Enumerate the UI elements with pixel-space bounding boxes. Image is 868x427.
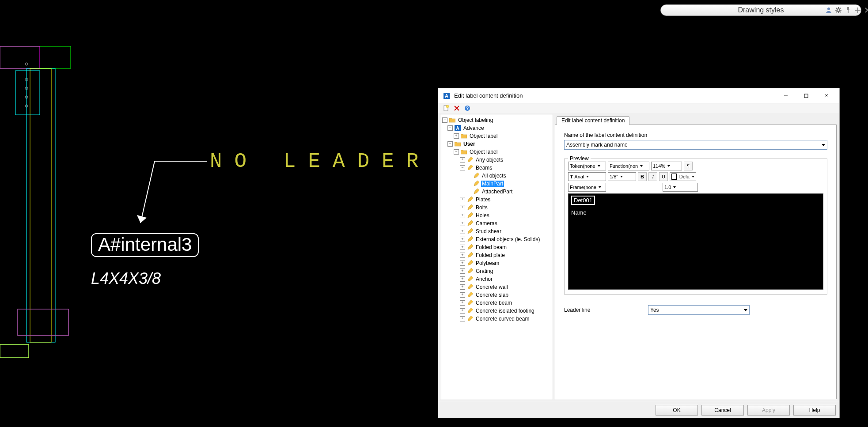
color-select[interactable]: Defa — [670, 172, 696, 181]
svg-marker-61 — [468, 276, 473, 281]
apply-button[interactable]: Apply — [747, 405, 790, 416]
bold-button[interactable]: B — [638, 172, 647, 181]
svg-text:A: A — [445, 93, 448, 98]
tree-item[interactable]: +Stud shear — [441, 227, 552, 235]
new-icon[interactable] — [443, 105, 450, 112]
pencil-icon — [466, 244, 474, 251]
tree-item[interactable]: +Holes — [441, 212, 552, 219]
tree-item[interactable]: +Folded beam — [441, 243, 552, 251]
svg-point-2 — [25, 63, 28, 65]
tree-label: User — [462, 141, 476, 147]
tree-item[interactable]: +Concrete isolated footing — [441, 307, 552, 315]
ok-button[interactable]: OK — [656, 405, 698, 416]
tree-item[interactable]: +External objects (ie. Solids) — [441, 235, 552, 243]
pencil-icon — [466, 220, 474, 227]
tree-anyobjects[interactable]: + Any objects — [441, 156, 552, 164]
svg-rect-9 — [30, 68, 51, 342]
minimize-button[interactable] — [776, 89, 796, 102]
tree-item[interactable]: +Cameras — [441, 219, 552, 227]
tree-item[interactable]: +Anchor — [441, 275, 552, 283]
help-button[interactable]: Help — [793, 405, 836, 416]
lineweight-select[interactable]: 1.0 — [663, 183, 698, 192]
tree-item[interactable]: +Concrete slab — [441, 291, 552, 299]
app-icon: A — [443, 92, 451, 100]
tree-item[interactable]: +Plates — [441, 196, 552, 204]
tree-item[interactable]: +Folded plate — [441, 251, 552, 259]
tree-root[interactable]: − Object labeling — [441, 116, 552, 124]
frame-select[interactable]: Frame(none — [568, 183, 606, 192]
drawing-label-chip: A#internal3 — [91, 233, 199, 257]
svg-point-6 — [25, 105, 28, 107]
editor-tab[interactable]: Edit label content definition — [557, 116, 629, 125]
tree-label: Stud shear — [475, 228, 502, 234]
svg-marker-47 — [468, 165, 473, 170]
tree-beams[interactable]: − Beams — [441, 164, 552, 172]
svg-rect-7 — [15, 71, 40, 115]
leader-label: Leader line — [564, 307, 639, 313]
svg-text:?: ? — [466, 106, 469, 111]
preview-canvas[interactable]: Det001 Name — [568, 193, 823, 290]
tree-advance-objectlabel[interactable]: + Object label — [441, 132, 552, 140]
name-field-select[interactable]: Assembly mark and name — [564, 140, 827, 150]
pencil-icon — [466, 307, 474, 314]
pencil-icon — [466, 315, 474, 322]
leader-select[interactable]: Yes — [648, 305, 750, 315]
pencil-icon — [466, 236, 474, 243]
pin-icon[interactable] — [845, 7, 852, 14]
zoom-select[interactable]: 114% — [651, 162, 682, 170]
tree-item[interactable]: +Concrete wall — [441, 283, 552, 291]
tree-advance[interactable]: − A Advance — [441, 124, 552, 132]
drawing-label-sub: L4X4X3/8 — [91, 269, 161, 288]
dialog-title: Edit label content definition — [454, 92, 776, 99]
svg-marker-66 — [468, 316, 473, 321]
pencil-icon — [466, 291, 474, 299]
tree-item[interactable]: +Grating — [441, 267, 552, 275]
dialog-titlebar[interactable]: A Edit label content definition — [438, 88, 839, 103]
pencil-icon — [473, 188, 480, 195]
svg-marker-46 — [468, 157, 473, 162]
cancel-button[interactable]: Cancel — [701, 405, 744, 416]
font-select[interactable]: T Arial — [568, 172, 606, 181]
pilcrow-button[interactable]: ¶ — [684, 162, 693, 170]
dialog-footer: OK Cancel Apply Help — [438, 402, 839, 418]
gear-icon[interactable] — [835, 7, 842, 14]
svg-rect-12 — [0, 344, 29, 358]
svg-point-4 — [25, 87, 28, 90]
underline-button[interactable]: U — [659, 172, 668, 181]
close-button[interactable] — [816, 89, 837, 102]
svg-rect-13 — [0, 344, 29, 358]
pencil-icon — [466, 196, 474, 203]
user-icon[interactable] — [825, 7, 832, 14]
tree-label: Bolts — [475, 204, 489, 211]
tree-user-objectlabel[interactable]: − Object label — [441, 148, 552, 156]
italic-button[interactable]: I — [648, 172, 657, 181]
svg-marker-48 — [474, 173, 479, 178]
token-select[interactable]: Token(none — [568, 162, 606, 170]
svg-rect-10 — [18, 309, 68, 336]
pencil-icon — [466, 268, 474, 275]
drawing-styles-label: Drawing styles — [738, 6, 784, 14]
folder-icon — [460, 132, 467, 140]
delete-icon[interactable] — [453, 105, 460, 112]
preview-group: Preview Token(none Function(non 114% ¶ T… — [564, 159, 827, 295]
preview-name-line: Name — [571, 209, 587, 216]
close-icon[interactable] — [864, 7, 868, 14]
plus-icon[interactable] — [854, 7, 861, 14]
size-select[interactable]: 1/8" — [608, 172, 636, 181]
tree-label-selected: MainPart — [481, 181, 504, 187]
maximize-button[interactable] — [796, 89, 816, 102]
tree-item[interactable]: +Polybeam — [441, 259, 552, 267]
tree-beams-attachedpart[interactable]: AttachedPart — [441, 188, 552, 196]
tree-label: Concrete curved beam — [475, 316, 530, 322]
svg-marker-55 — [468, 228, 473, 234]
tree-user[interactable]: − User — [441, 140, 552, 148]
tree-item[interactable]: +Concrete beam — [441, 299, 552, 307]
color-swatch — [671, 174, 677, 180]
tree-item[interactable]: +Bolts — [441, 204, 552, 212]
object-tree[interactable]: − Object labeling − A Advance + Object l… — [441, 115, 552, 399]
tree-item[interactable]: +Concrete curved beam — [441, 315, 552, 323]
help-icon[interactable]: ? — [464, 105, 471, 112]
tree-beams-mainpart[interactable]: MainPart — [441, 180, 552, 188]
function-select[interactable]: Function(non — [608, 162, 649, 170]
tree-beams-allobjects[interactable]: All objects — [441, 172, 552, 180]
